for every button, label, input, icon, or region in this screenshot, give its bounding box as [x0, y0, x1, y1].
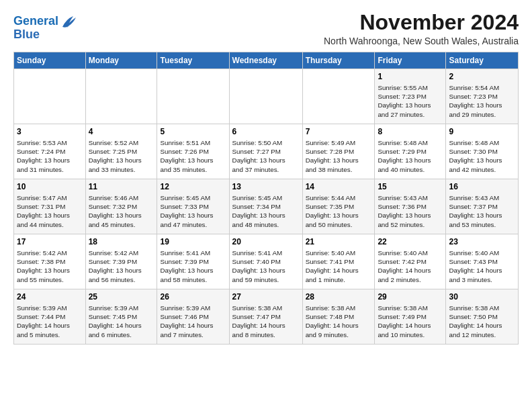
calendar-cell: 23Sunrise: 5:40 AM Sunset: 7:43 PM Dayli… — [446, 234, 519, 289]
logo-text-line2: Blue — [13, 28, 79, 42]
day-number: 7 — [306, 126, 372, 138]
calendar-cell: 29Sunrise: 5:38 AM Sunset: 7:49 PM Dayli… — [375, 289, 446, 345]
calendar-cell: 30Sunrise: 5:38 AM Sunset: 7:50 PM Dayli… — [446, 289, 519, 345]
day-number: 24 — [17, 291, 83, 303]
logo: General Blue — [13, 13, 79, 42]
day-info: Sunrise: 5:47 AM Sunset: 7:31 PM Dayligh… — [17, 193, 83, 229]
calendar-cell: 8Sunrise: 5:48 AM Sunset: 7:29 PM Daylig… — [375, 124, 446, 179]
weekday-header-friday: Friday — [375, 52, 446, 69]
day-info: Sunrise: 5:48 AM Sunset: 7:29 PM Dayligh… — [378, 138, 443, 174]
calendar-cell: 3Sunrise: 5:53 AM Sunset: 7:24 PM Daylig… — [14, 124, 86, 179]
day-number: 4 — [89, 126, 154, 138]
day-info: Sunrise: 5:40 AM Sunset: 7:41 PM Dayligh… — [306, 248, 372, 284]
day-number: 17 — [17, 236, 83, 248]
day-number: 26 — [160, 291, 226, 303]
logo-bird-icon — [60, 13, 79, 30]
day-number: 25 — [89, 291, 154, 303]
calendar-cell: 15Sunrise: 5:43 AM Sunset: 7:36 PM Dayli… — [375, 179, 446, 234]
day-info: Sunrise: 5:50 AM Sunset: 7:27 PM Dayligh… — [232, 138, 300, 174]
calendar-cell: 5Sunrise: 5:51 AM Sunset: 7:26 PM Daylig… — [157, 124, 229, 179]
day-number: 20 — [232, 236, 300, 248]
calendar-week-row: 10Sunrise: 5:47 AM Sunset: 7:31 PM Dayli… — [14, 179, 519, 234]
weekday-header-monday: Monday — [85, 52, 157, 69]
day-info: Sunrise: 5:41 AM Sunset: 7:40 PM Dayligh… — [232, 248, 300, 284]
day-number: 5 — [160, 126, 226, 138]
calendar-cell — [14, 69, 86, 124]
calendar-cell: 16Sunrise: 5:43 AM Sunset: 7:37 PM Dayli… — [446, 179, 519, 234]
day-info: Sunrise: 5:46 AM Sunset: 7:32 PM Dayligh… — [89, 193, 154, 229]
day-info: Sunrise: 5:53 AM Sunset: 7:24 PM Dayligh… — [17, 138, 83, 174]
calendar-cell: 22Sunrise: 5:40 AM Sunset: 7:42 PM Dayli… — [375, 234, 446, 289]
day-number: 1 — [378, 71, 443, 83]
day-info: Sunrise: 5:38 AM Sunset: 7:48 PM Dayligh… — [306, 304, 372, 339]
calendar-cell: 17Sunrise: 5:42 AM Sunset: 7:38 PM Dayli… — [14, 234, 86, 289]
month-title: November 2024 — [324, 11, 519, 34]
day-info: Sunrise: 5:40 AM Sunset: 7:43 PM Dayligh… — [449, 248, 515, 284]
calendar-cell: 20Sunrise: 5:41 AM Sunset: 7:40 PM Dayli… — [229, 234, 302, 289]
day-number: 23 — [449, 236, 515, 248]
day-info: Sunrise: 5:41 AM Sunset: 7:39 PM Dayligh… — [160, 248, 226, 284]
day-info: Sunrise: 5:38 AM Sunset: 7:49 PM Dayligh… — [378, 304, 443, 339]
calendar-cell: 13Sunrise: 5:45 AM Sunset: 7:34 PM Dayli… — [229, 179, 302, 234]
day-info: Sunrise: 5:43 AM Sunset: 7:37 PM Dayligh… — [449, 193, 515, 229]
day-number: 10 — [17, 181, 83, 193]
calendar-cell: 2Sunrise: 5:54 AM Sunset: 7:23 PM Daylig… — [446, 69, 519, 124]
calendar-cell: 10Sunrise: 5:47 AM Sunset: 7:31 PM Dayli… — [14, 179, 86, 234]
day-number: 18 — [89, 236, 154, 248]
calendar-cell: 1Sunrise: 5:55 AM Sunset: 7:23 PM Daylig… — [375, 69, 446, 124]
calendar-cell: 11Sunrise: 5:46 AM Sunset: 7:32 PM Dayli… — [85, 179, 157, 234]
weekday-header-tuesday: Tuesday — [157, 52, 229, 69]
day-info: Sunrise: 5:45 AM Sunset: 7:33 PM Dayligh… — [160, 193, 226, 229]
weekday-header-wednesday: Wednesday — [229, 52, 302, 69]
day-number: 9 — [449, 126, 515, 138]
calendar-cell: 6Sunrise: 5:50 AM Sunset: 7:27 PM Daylig… — [229, 124, 302, 179]
calendar-week-row: 24Sunrise: 5:39 AM Sunset: 7:44 PM Dayli… — [14, 289, 519, 345]
day-number: 30 — [449, 291, 515, 303]
calendar-cell — [302, 69, 375, 124]
weekday-header-saturday: Saturday — [446, 52, 519, 69]
calendar-cell: 24Sunrise: 5:39 AM Sunset: 7:44 PM Dayli… — [14, 289, 86, 345]
day-number: 3 — [17, 126, 83, 138]
weekday-header-sunday: Sunday — [14, 52, 86, 69]
calendar-cell — [85, 69, 157, 124]
day-info: Sunrise: 5:38 AM Sunset: 7:47 PM Dayligh… — [232, 304, 300, 339]
day-number: 11 — [89, 181, 154, 193]
calendar-cell: 27Sunrise: 5:38 AM Sunset: 7:47 PM Dayli… — [229, 289, 302, 345]
day-info: Sunrise: 5:38 AM Sunset: 7:50 PM Dayligh… — [449, 304, 515, 339]
day-number: 21 — [306, 236, 372, 248]
day-number: 8 — [378, 126, 443, 138]
calendar-cell: 12Sunrise: 5:45 AM Sunset: 7:33 PM Dayli… — [157, 179, 229, 234]
calendar-cell: 21Sunrise: 5:40 AM Sunset: 7:41 PM Dayli… — [302, 234, 375, 289]
logo-text-line1: General — [13, 15, 58, 28]
day-number: 2 — [449, 71, 515, 83]
day-info: Sunrise: 5:51 AM Sunset: 7:26 PM Dayligh… — [160, 138, 226, 174]
day-info: Sunrise: 5:45 AM Sunset: 7:34 PM Dayligh… — [232, 193, 300, 229]
day-number: 22 — [378, 236, 443, 248]
day-number: 19 — [160, 236, 226, 248]
day-number: 13 — [232, 181, 300, 193]
day-info: Sunrise: 5:52 AM Sunset: 7:25 PM Dayligh… — [89, 138, 154, 174]
day-number: 16 — [449, 181, 515, 193]
day-number: 29 — [378, 291, 443, 303]
calendar-table: SundayMondayTuesdayWednesdayThursdayFrid… — [13, 52, 519, 345]
calendar-cell: 4Sunrise: 5:52 AM Sunset: 7:25 PM Daylig… — [85, 124, 157, 179]
calendar-cell: 7Sunrise: 5:49 AM Sunset: 7:28 PM Daylig… — [302, 124, 375, 179]
calendar-cell: 18Sunrise: 5:42 AM Sunset: 7:39 PM Dayli… — [85, 234, 157, 289]
weekday-header-thursday: Thursday — [302, 52, 375, 69]
calendar-week-row: 17Sunrise: 5:42 AM Sunset: 7:38 PM Dayli… — [14, 234, 519, 289]
calendar-header-row: SundayMondayTuesdayWednesdayThursdayFrid… — [14, 52, 519, 69]
day-info: Sunrise: 5:48 AM Sunset: 7:30 PM Dayligh… — [449, 138, 515, 174]
calendar-cell — [157, 69, 229, 124]
day-info: Sunrise: 5:44 AM Sunset: 7:35 PM Dayligh… — [306, 193, 372, 229]
day-info: Sunrise: 5:39 AM Sunset: 7:46 PM Dayligh… — [160, 304, 226, 339]
day-info: Sunrise: 5:54 AM Sunset: 7:23 PM Dayligh… — [449, 83, 515, 119]
calendar-cell: 26Sunrise: 5:39 AM Sunset: 7:46 PM Dayli… — [157, 289, 229, 345]
calendar-cell: 25Sunrise: 5:39 AM Sunset: 7:45 PM Dayli… — [85, 289, 157, 345]
calendar-week-row: 1Sunrise: 5:55 AM Sunset: 7:23 PM Daylig… — [14, 69, 519, 124]
day-number: 28 — [306, 291, 372, 303]
day-info: Sunrise: 5:42 AM Sunset: 7:39 PM Dayligh… — [89, 248, 154, 284]
day-info: Sunrise: 5:42 AM Sunset: 7:38 PM Dayligh… — [17, 248, 83, 284]
calendar-cell: 9Sunrise: 5:48 AM Sunset: 7:30 PM Daylig… — [446, 124, 519, 179]
day-number: 27 — [232, 291, 300, 303]
day-info: Sunrise: 5:39 AM Sunset: 7:44 PM Dayligh… — [17, 304, 83, 339]
